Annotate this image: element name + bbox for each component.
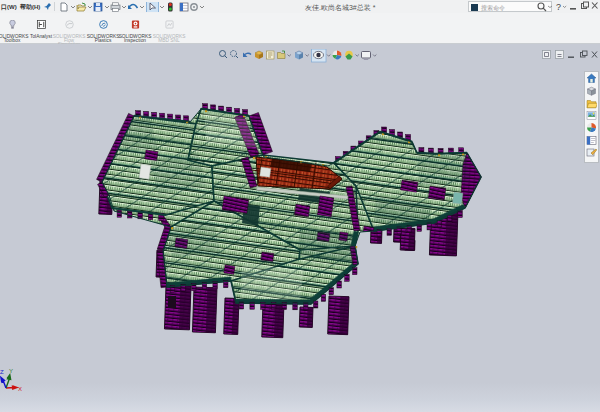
svg-text:?: ? bbox=[556, 2, 561, 12]
